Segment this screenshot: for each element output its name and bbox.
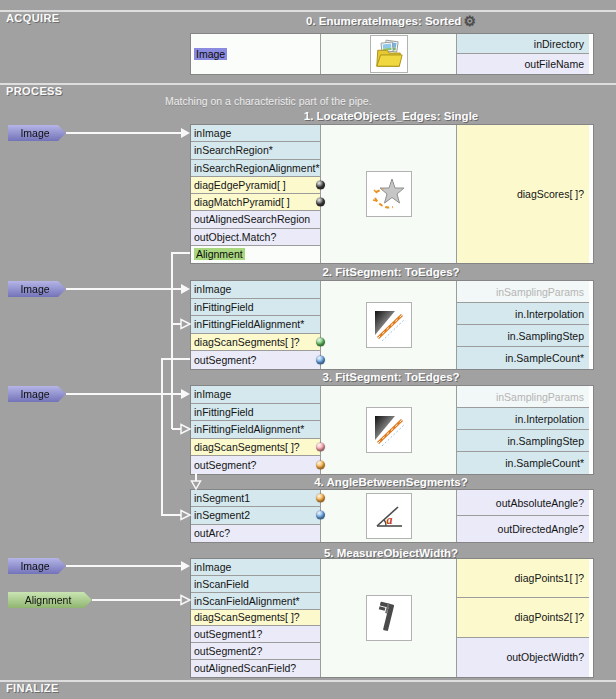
- port-in-search-region-alignment[interactable]: inSearchRegionAlignment*: [191, 160, 320, 177]
- port-out-object-width[interactable]: outObjectWidth?: [457, 638, 589, 677]
- icon-box: [366, 302, 412, 348]
- port-diag-scan-segments[interactable]: diagScanSegments[ ]?: [191, 610, 320, 627]
- port-in-fitting-field[interactable]: inFittingField: [191, 299, 320, 317]
- port-in-interpolation[interactable]: in.Interpolation: [457, 303, 589, 325]
- image-variable-badge[interactable]: Image: [8, 125, 66, 141]
- image-variable-badge[interactable]: Image: [8, 386, 66, 402]
- port-label: diagScanSegments[ ]?: [194, 336, 300, 348]
- port-in-image[interactable]: inImage: [191, 386, 320, 404]
- port-in-image[interactable]: inImage: [191, 281, 320, 299]
- icon-box: [366, 595, 412, 641]
- filter-title-locate-objects[interactable]: 1. LocateObjects_Edges: Single: [190, 110, 592, 122]
- port-in-sample-count[interactable]: in.SampleCount*: [457, 347, 589, 369]
- filter-title-enumerate-images[interactable]: 0. EnumerateImages: Sorted⚙: [190, 13, 592, 29]
- port-diag-edge-pyramid[interactable]: diagEdgePyramid[ ]: [191, 177, 320, 194]
- filter-title-fit-segment-2[interactable]: 2. FitSegment: ToEdges?: [190, 266, 592, 278]
- filter-block-locate-objects[interactable]: inImage inSearchRegion* inSearchRegionAl…: [190, 124, 594, 264]
- port-out-file-name[interactable]: outFileName: [457, 54, 589, 74]
- port-out-segment-1[interactable]: outSegment1?: [191, 626, 320, 643]
- port-in-fitting-field-alignment[interactable]: inFittingFieldAlignment*: [191, 421, 320, 439]
- angle-icon: a: [371, 498, 407, 534]
- port-out-aligned-scan-field[interactable]: outAlignedScanField?: [191, 660, 320, 677]
- port-label: outSegment?: [194, 354, 256, 366]
- image-variable-badge[interactable]: Image: [8, 558, 66, 574]
- port-in-fitting-field[interactable]: inFittingField: [191, 404, 320, 422]
- filter-icon-cell[interactable]: a: [321, 490, 457, 542]
- filter-block-measure-object-width[interactable]: inImage inScanField inScanFieldAlignment…: [190, 558, 594, 678]
- filter-block-angle-between-segments[interactable]: inSegment1 inSegment2 outArc? a outAbsol…: [190, 489, 594, 543]
- port-diag-points-1[interactable]: diagPoints1[ ]?: [457, 559, 589, 598]
- filter-block-fit-segment-2[interactable]: inImage inFittingField inFittingFieldAli…: [190, 280, 594, 370]
- port-diag-scan-segments[interactable]: diagScanSegments[ ]?: [191, 334, 320, 352]
- port-connection-dot: [316, 494, 325, 503]
- filter-block-enumerate-images[interactable]: Image: [190, 33, 594, 75]
- port-in-segment-1[interactable]: inSegment1: [191, 490, 320, 507]
- port-connection-dot: [316, 338, 325, 347]
- port-connection-dot: [316, 198, 325, 207]
- section-acquire[interactable]: ACQUIRE: [6, 12, 60, 24]
- port-in-sampling-params[interactable]: inSamplingParams: [457, 281, 589, 303]
- port-diag-match-pyramid[interactable]: diagMatchPyramid[ ]: [191, 194, 320, 211]
- folder-images-icon: [374, 39, 404, 69]
- filter-icon-cell[interactable]: [321, 125, 457, 263]
- port-out-object-match[interactable]: outObject.Match?: [191, 229, 320, 246]
- fit-segment-icon: [371, 412, 407, 448]
- port-in-image[interactable]: inImage: [191, 125, 320, 142]
- port-in-fitting-field-alignment[interactable]: inFittingFieldAlignment*: [191, 316, 320, 334]
- port-diag-points-2[interactable]: diagPoints2[ ]?: [457, 598, 589, 637]
- filter-icon-cell[interactable]: [321, 281, 457, 369]
- port-alignment-output[interactable]: Alignment: [191, 246, 320, 263]
- output-variable-cell[interactable]: Image: [191, 34, 320, 74]
- port-in-segment-2[interactable]: inSegment2: [191, 507, 320, 524]
- fit-segment-icon: [371, 307, 407, 343]
- filter-title-fit-segment-3[interactable]: 3. FitSegment: ToEdges?: [190, 371, 592, 383]
- icon-box: a: [366, 493, 412, 539]
- port-connection-dot: [316, 443, 325, 452]
- port-in-sampling-step[interactable]: in.SamplingStep: [457, 325, 589, 347]
- gear-icon[interactable]: ⚙: [463, 13, 476, 29]
- port-in-sampling-step[interactable]: in.SamplingStep: [457, 430, 589, 452]
- port-out-segment[interactable]: outSegment?: [191, 456, 320, 474]
- port-out-segment-2[interactable]: outSegment2?: [191, 643, 320, 660]
- section-divider: [0, 680, 616, 682]
- port-connection-dot: [316, 356, 325, 365]
- port-in-scan-field[interactable]: inScanField: [191, 576, 320, 593]
- port-in-directory[interactable]: inDirectory: [457, 34, 589, 54]
- port-out-directed-angle[interactable]: outDirectedAngle?: [457, 516, 589, 542]
- port-connection-dot: [316, 461, 325, 470]
- filter-icon-cell[interactable]: [321, 386, 457, 474]
- port-in-scan-field-alignment[interactable]: inScanFieldAlignment*: [191, 593, 320, 610]
- port-diag-scores[interactable]: diagScores[ ]?: [457, 125, 589, 263]
- image-variable-badge[interactable]: Image: [8, 281, 66, 297]
- section-divider: [0, 10, 616, 12]
- filter-title-angle-between-segments[interactable]: 4. AngleBetweenSegments?: [190, 476, 592, 488]
- port-in-sampling-params[interactable]: inSamplingParams: [457, 386, 589, 408]
- alignment-output-chip[interactable]: Alignment: [194, 248, 245, 260]
- port-in-interpolation[interactable]: in.Interpolation: [457, 408, 589, 430]
- caliper-icon: [371, 600, 407, 636]
- filter-block-fit-segment-3[interactable]: inImage inFittingField inFittingFieldAli…: [190, 385, 594, 475]
- port-label: diagEdgePyramid[ ]: [194, 179, 286, 191]
- port-in-sample-count[interactable]: in.SampleCount*: [457, 452, 589, 474]
- port-out-aligned-search-region[interactable]: outAlignedSearchRegion: [191, 211, 320, 228]
- port-in-search-region[interactable]: inSearchRegion*: [191, 142, 320, 159]
- alignment-variable-badge[interactable]: Alignment: [8, 592, 92, 608]
- port-diag-scan-segments[interactable]: diagScanSegments[ ]?: [191, 439, 320, 457]
- icon-box: [370, 35, 408, 73]
- filter-icon-cell[interactable]: [321, 34, 457, 74]
- filter-title-text: 0. EnumerateImages: Sorted: [306, 15, 461, 27]
- section-finalize[interactable]: FINALIZE: [6, 682, 59, 694]
- port-in-image[interactable]: inImage: [191, 559, 320, 576]
- section-process[interactable]: PROCESS: [6, 85, 63, 97]
- image-output-chip[interactable]: Image: [194, 48, 227, 60]
- section-divider: [0, 83, 616, 85]
- port-out-segment[interactable]: outSegment?: [191, 351, 320, 369]
- comment-text[interactable]: Matching on a characteristic part of the…: [165, 95, 372, 107]
- port-label: inSegment2: [194, 509, 250, 521]
- svg-text:a: a: [386, 513, 392, 527]
- port-out-absolute-angle[interactable]: outAbsoluteAngle?: [457, 490, 589, 516]
- port-label: outSegment?: [194, 459, 256, 471]
- port-out-arc[interactable]: outArc?: [191, 525, 320, 542]
- filter-icon-cell[interactable]: [321, 559, 457, 677]
- port-connection-dot: [316, 511, 325, 520]
